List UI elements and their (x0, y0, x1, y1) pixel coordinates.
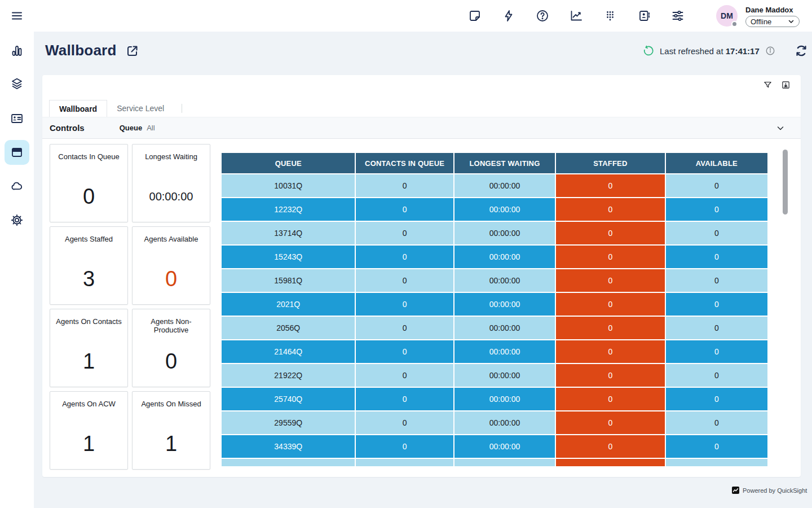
agent-status-value: Offline (751, 17, 771, 26)
table-row: 15981Q000:00:0000 (222, 269, 767, 292)
table-cell: 00:00:00 (454, 388, 555, 410)
table-row: 29559Q000:00:0000 (222, 411, 767, 434)
table-cell: 0 (666, 222, 767, 244)
table-header-cell: LONGEST WAITING (454, 153, 555, 173)
filter-icon[interactable] (762, 80, 773, 90)
app: DM Dane Maddox Offline (0, 0, 812, 508)
table-scrollbar[interactable] (783, 150, 788, 214)
tab-wallboard[interactable]: Wallboard (49, 100, 107, 117)
lightning-icon[interactable] (502, 9, 515, 23)
kpi-card-value: 1 (133, 419, 210, 469)
kpi-grid: Contacts In Queue0Longest Waiting00:00:0… (50, 144, 210, 470)
topbar: DM Dane Maddox Offline (0, 0, 812, 32)
table-cell: 0 (356, 411, 453, 434)
refresh-icon[interactable] (795, 44, 808, 58)
tab-service-level[interactable]: Service Level (107, 100, 174, 117)
table-cell: 0 (556, 269, 664, 292)
sidebar-item-settings[interactable] (10, 213, 24, 227)
open-in-new-icon[interactable] (126, 44, 139, 58)
table-cell: 2021Q (222, 293, 355, 316)
tab-divider (182, 104, 182, 113)
kpi-card-value: 0 (133, 254, 210, 304)
agent-status-select[interactable]: Offline (745, 16, 800, 27)
kpi-card-label: Longest Waiting (133, 152, 210, 161)
table-cell: 0 (556, 222, 664, 244)
table-header-cell: QUEUE (222, 153, 355, 173)
last-refreshed-label: Last refreshed at (660, 46, 723, 56)
table-cell: 10031Q (222, 174, 355, 197)
contacts-icon[interactable] (637, 9, 651, 23)
sidebar-item-layers[interactable] (10, 77, 24, 90)
table-row: 2056Q000:00:0000 (222, 317, 767, 339)
note-icon[interactable] (468, 9, 482, 23)
table-cell: 0 (356, 174, 453, 197)
table-cell: 0 (356, 435, 453, 458)
table-cell: 0 (556, 364, 664, 387)
kpi-card-label: Agents On Missed (133, 400, 210, 408)
metrics-bar-chart-icon (10, 44, 24, 58)
queue-table: QUEUECONTACTS IN QUEUELONGEST WAITINGSTA… (220, 152, 769, 466)
table-cell: 0 (556, 411, 664, 434)
table-cell (666, 459, 767, 466)
table-row: 25740Q000:00:0000 (222, 388, 767, 410)
page-header: Wallboard (45, 42, 139, 59)
table-cell: 0 (556, 246, 664, 268)
queue-filter[interactable]: Queue All (120, 124, 155, 132)
table-cell: 0 (666, 293, 767, 316)
table-cell: 0 (356, 364, 453, 387)
sidebar-item-cloud[interactable] (10, 179, 24, 193)
table-cell: 00:00:00 (454, 435, 555, 458)
sidebar-item-metrics[interactable] (10, 44, 24, 58)
table-cell: 0 (556, 388, 664, 410)
table-cell: 00:00:00 (454, 222, 555, 244)
table-row: 34339Q000:00:0000 (222, 435, 767, 458)
table-cell: 00:00:00 (454, 340, 555, 363)
sidebar-item-wallboard[interactable] (10, 146, 24, 159)
kpi-card: Agents On ACW1 (50, 391, 128, 470)
table-cell: 0 (556, 174, 664, 197)
kpi-card: Agents On Missed1 (132, 391, 210, 470)
table-cell: 00:00:00 (454, 364, 555, 387)
table-cell: 0 (666, 198, 767, 221)
table-row: 21922Q000:00:0000 (222, 364, 767, 387)
help-icon[interactable] (536, 9, 549, 23)
table-cell: 0 (666, 174, 767, 197)
line-chart-icon[interactable] (570, 9, 583, 23)
info-icon[interactable] (765, 46, 775, 56)
kpi-card-value: 3 (50, 254, 127, 304)
refresh-timer-icon (643, 45, 654, 56)
menu-icon[interactable] (10, 9, 24, 23)
table-cell: 21922Q (222, 364, 355, 387)
table-cell: 00:00:00 (454, 198, 555, 221)
dialpad-icon[interactable] (603, 9, 617, 23)
sidebar-item-contact-card[interactable] (10, 112, 24, 125)
table-cell: 15243Q (222, 246, 355, 268)
table-cell: 0 (666, 364, 767, 387)
table-cell (454, 459, 555, 466)
sliders-icon[interactable] (671, 9, 685, 23)
controls-bar: Controls Queue All (42, 117, 801, 139)
panel-tools (762, 80, 791, 90)
table-cell: 0 (666, 317, 767, 339)
quicksight-logo-icon (732, 487, 739, 494)
powered-by-text: Powered by QuickSight (743, 487, 807, 494)
table-cell: 0 (356, 317, 453, 339)
table-cell: 00:00:00 (454, 293, 555, 316)
kpi-card: Longest Waiting00:00:00 (132, 144, 210, 222)
last-refreshed-text: Last refreshed at 17:41:17 (660, 46, 760, 56)
table-cell: 0 (666, 435, 767, 458)
kpi-card-value: 0 (133, 336, 210, 387)
table-cell: 15981Q (222, 269, 355, 292)
table-row: 2021Q000:00:0000 (222, 293, 767, 316)
kpi-card: Agents On Contacts1 (50, 309, 128, 387)
download-icon[interactable] (780, 80, 791, 90)
table-cell: 13714Q (222, 222, 355, 244)
controls-collapse-chevron-icon[interactable] (776, 124, 785, 133)
table-cell: 0 (556, 293, 664, 316)
kpi-card-value: 00:00:00 (133, 172, 210, 222)
kpi-card-label: Agents On ACW (50, 400, 127, 408)
table-cell: 2056Q (222, 317, 355, 339)
kpi-card-label: Agents Non-Productive (133, 317, 210, 334)
sidebar (0, 0, 34, 508)
table-body: 10031Q000:00:000012232Q000:00:000013714Q… (222, 174, 767, 466)
